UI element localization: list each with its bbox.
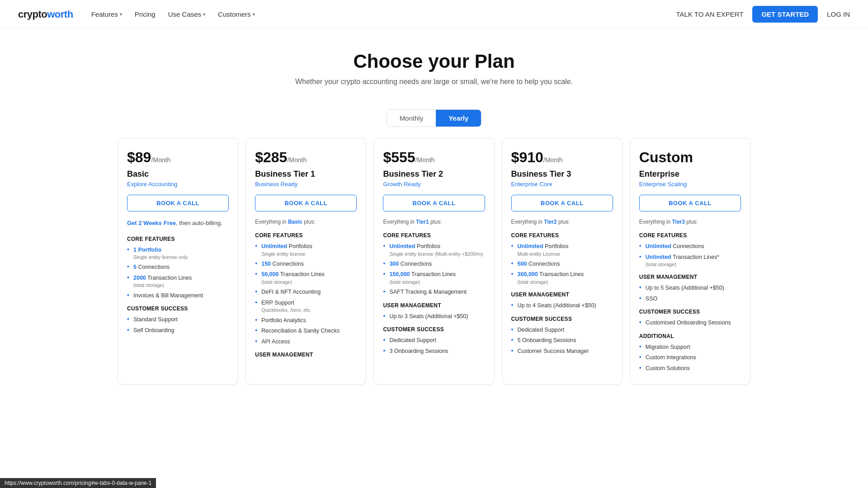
plan-tagline: Explore Accounting [127, 181, 229, 188]
nav-customers[interactable]: Customers▾ [218, 10, 255, 18]
feature-item: DeFI & NFT Accounting [255, 287, 357, 298]
feature-item: Custom Integrations [639, 352, 741, 363]
plan-name: Business Tier 1 [255, 169, 357, 179]
plan-period: /Month [543, 156, 563, 164]
feature-item: Unlimited Connections [639, 241, 741, 252]
feature-list: Up to 4 Seats (Additional +$50) [511, 300, 613, 311]
feature-item: Up to 4 Seats (Additional +$50) [511, 300, 613, 311]
feature-item: Unlimited PortfoliosMulti-entity License [511, 241, 613, 259]
feature-item: Up to 3 Seats (Additional +$50) [383, 311, 485, 322]
feature-item: Portfolio Analytics [255, 315, 357, 326]
logo[interactable]: cryptoworth [18, 9, 73, 20]
monthly-toggle[interactable]: Monthly [387, 110, 436, 127]
feature-item: SSO [639, 294, 741, 305]
plan-tagline: Enterprise Scaling [639, 181, 741, 188]
feature-list: Unlimited PortfoliosSingle entity licens… [383, 241, 485, 298]
feature-list: Migration SupportCustom IntegrationsCust… [639, 342, 741, 374]
plan-card-business-tier-1: $285/MonthBusiness Tier 1Business ReadyB… [245, 138, 366, 385]
plan-card-basic: $89/MonthBasicExplore AccountingBOOK A C… [118, 138, 238, 385]
feature-item: Standard Support [127, 314, 229, 325]
feature-list: Customised Onboarding Sessions [639, 318, 741, 328]
plan-tagline: Enterprise Core [511, 181, 613, 188]
everything-in: Everything in Tier2 plus: [511, 219, 613, 225]
hero-subtitle: Whether your crypto accounting needs are… [9, 78, 859, 86]
nav-links: Features▾ Pricing Use Cases▾ Customers▾ [91, 10, 676, 18]
feature-sub: Multi-entity License [518, 251, 613, 258]
feature-list: Standard SupportSelf Onboarding [127, 314, 229, 336]
plan-name: Business Tier 3 [511, 169, 613, 179]
feature-list: 1 PortfolioSingle entity license only5 C… [127, 245, 229, 301]
feature-item: Customer Success Manager [511, 346, 613, 357]
section-title: ADDITIONAL [639, 333, 741, 339]
plan-name: Basic [127, 169, 229, 179]
plan-period: /Month [415, 156, 435, 164]
feature-item: ERP SupportQuickbooks, Xero, etc. [255, 298, 357, 315]
plan-card-business-tier-2: $555/MonthBusiness Tier 2Growth ReadyBOO… [373, 138, 494, 385]
feature-sub: Single entity license only [133, 254, 229, 261]
feature-item: 300,000 Transaction Lines(total storage) [511, 269, 613, 287]
plan-price: $555/Month [383, 149, 485, 166]
feature-item: Reconciliation & Sanity Checks [255, 326, 357, 337]
feature-item: SAFT Tracking & Management [383, 287, 485, 298]
plan-tagline: Business Ready [255, 181, 357, 188]
feature-list: Unlimited PortfoliosMulti-entity License… [511, 241, 613, 287]
feature-item: Up to 5 Seats (Additional +$50) [639, 283, 741, 294]
feature-item: 150,000 Transaction Lines(total storage) [383, 269, 485, 287]
feature-item: 3 Onboarding Sessions [383, 346, 485, 357]
toggle-container: Monthly Yearly [387, 109, 482, 127]
navbar: cryptoworth Features▾ Pricing Use Cases▾… [0, 0, 868, 29]
yearly-toggle[interactable]: Yearly [436, 110, 481, 127]
nav-features[interactable]: Features▾ [91, 10, 122, 18]
book-call-button[interactable]: BOOK A CALL [127, 195, 229, 211]
login-link[interactable]: LOG IN [827, 10, 850, 18]
feature-item: Unlimited Transaction Lines*(total stora… [639, 252, 741, 270]
chevron-down-icon-2: ▾ [203, 12, 205, 17]
plan-price: $910/Month [511, 149, 613, 166]
feature-sub: Quickbooks, Xero, etc. [261, 307, 357, 314]
feature-item: Migration Support [639, 342, 741, 353]
plans-grid: $89/MonthBasicExplore AccountingBOOK A C… [118, 138, 750, 385]
nav-pricing[interactable]: Pricing [135, 10, 156, 18]
plan-price: Custom [639, 149, 741, 166]
everything-in: Everything in Basic plus: [255, 219, 357, 225]
feature-list: Up to 3 Seats (Additional +$50) [383, 311, 485, 322]
get-started-button[interactable]: GET STARTED [752, 6, 818, 23]
book-call-button[interactable]: BOOK A CALL [383, 195, 485, 211]
feature-item: 5 Connections [127, 262, 229, 273]
plan-card-business-tier-3: $910/MonthBusiness Tier 3Enterprise Core… [502, 138, 623, 385]
book-call-button[interactable]: BOOK A CALL [639, 195, 741, 211]
nav-actions: TALK TO AN EXPERT GET STARTED LOG IN [676, 6, 850, 23]
plan-card-enterprise: CustomEnterpriseEnterprise ScalingBOOK A… [630, 138, 750, 385]
plan-tagline: Growth Ready [383, 181, 485, 188]
nav-use-cases[interactable]: Use Cases▾ [168, 10, 205, 18]
feature-sub: (total storage) [518, 279, 613, 286]
feature-sub: (total storage) [646, 261, 741, 268]
feature-list: Dedicated Support5 Onboarding SessionsCu… [511, 325, 613, 357]
talk-to-expert-link[interactable]: TALK TO AN EXPERT [676, 10, 743, 18]
free-trial-note: Get 2 Weeks Free, then auto-billing. [127, 219, 229, 228]
section-title: USER MANAGEMENT [639, 274, 741, 280]
section-title: CUSTOMER SUCCESS [127, 305, 229, 312]
page-title: Choose your Plan [9, 51, 859, 72]
chevron-down-icon: ▾ [120, 12, 122, 17]
feature-item: Unlimited PortfoliosSingle entity licens… [255, 241, 357, 259]
book-call-button[interactable]: BOOK A CALL [255, 195, 357, 211]
book-call-button[interactable]: BOOK A CALL [511, 195, 613, 211]
feature-sub: Single entity license (Multi-entity +$20… [389, 251, 485, 258]
plan-period: /Month [151, 156, 170, 164]
plan-name: Enterprise [639, 169, 741, 179]
section-title: USER MANAGEMENT [511, 291, 613, 298]
feature-list: Dedicated Support3 Onboarding Sessions [383, 335, 485, 357]
section-title: CUSTOMER SUCCESS [639, 309, 741, 315]
feature-list: Unlimited ConnectionsUnlimited Transacti… [639, 241, 741, 269]
section-title: CORE FEATURES [255, 232, 357, 239]
feature-item: 2000 Transaction Lines(total storage) [127, 273, 229, 291]
feature-sub: (total storage) [389, 279, 485, 286]
feature-list: Up to 5 Seats (Additional +$50)SSO [639, 283, 741, 304]
plan-price: $89/Month [127, 149, 229, 166]
feature-item: 500 Connections [511, 259, 613, 270]
feature-item: 50,000 Transaction Lines(total storage) [255, 269, 357, 287]
feature-item: 300 Connections [383, 259, 485, 270]
section-title: CUSTOMER SUCCESS [511, 316, 613, 322]
feature-item: 150 Connections [255, 259, 357, 270]
